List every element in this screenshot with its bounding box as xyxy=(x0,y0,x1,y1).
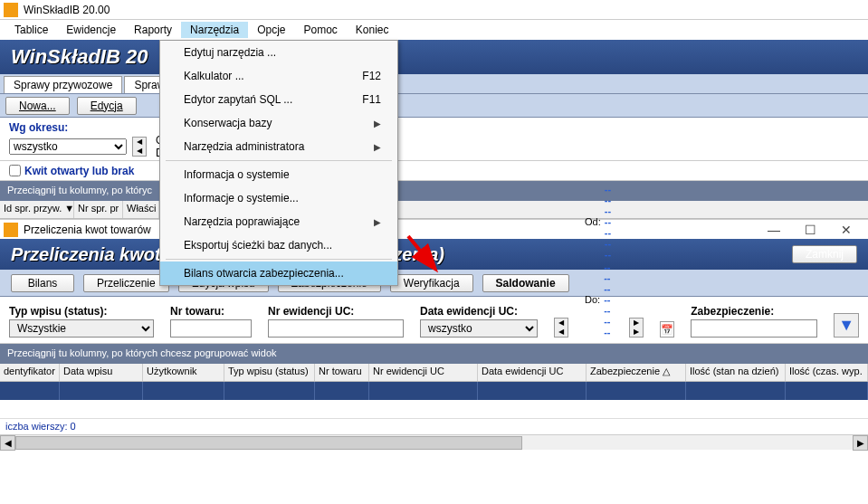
period-spinner[interactable]: ◀◀ xyxy=(132,137,147,157)
col2-data-ewidencji[interactable]: Data ewidencji UC xyxy=(478,364,587,381)
spacer xyxy=(0,400,868,418)
wg-okresu-select[interactable]: wszystko xyxy=(9,138,127,155)
data-ewidencji-label: Data ewidencji UC: xyxy=(420,305,538,318)
sub-filter: Typ wpisu (status): Wszystkie Nr towaru:… xyxy=(0,297,868,344)
horizontal-scrollbar[interactable]: ◀ ▶ xyxy=(0,434,868,450)
weryfikacja-button[interactable]: Weryfikacja xyxy=(390,274,473,292)
col2-zabezpieczenie[interactable]: Zabezpieczenie △ xyxy=(587,364,686,381)
scroll-right-button[interactable]: ▶ xyxy=(853,435,868,451)
col2-uzytkownik[interactable]: Użytkownik xyxy=(143,364,224,381)
menu-edytuj-narzedzia[interactable]: Edytuj narzędzia ... xyxy=(160,41,397,64)
wg-okresu-label: Wg okresu: xyxy=(9,121,859,134)
date-spinner[interactable]: ◀◀ xyxy=(554,318,568,338)
nowa-button[interactable]: Nowa... xyxy=(5,97,70,115)
banner-text: WinSkładIB 20 xyxy=(11,45,148,69)
menu-info-system[interactable]: Informacja o systemie xyxy=(160,163,397,186)
kwit-row: Kwit otwarty lub brak xyxy=(0,161,868,181)
filter-area: Wg okresu: wszystko ◀◀ Od Do xyxy=(0,118,868,161)
minimize-button[interactable]: — xyxy=(756,223,792,237)
menu-ewidencje[interactable]: Ewidencje xyxy=(57,22,125,38)
do-value: -------------- xyxy=(604,262,613,338)
main-tabs: Sprawy przywozowe Sprawy xyxy=(0,74,868,94)
col2-identyfikator[interactable]: dentyfikator xyxy=(0,364,60,381)
close-button[interactable]: ✕ xyxy=(828,223,864,237)
typ-wpisu-label: Typ wpisu (status): xyxy=(9,305,154,318)
menu-kalkulator[interactable]: Kalkulator ...F12 xyxy=(160,64,397,88)
table2-empty-row xyxy=(0,382,868,400)
titlebar: WinSkładIB 20.00 xyxy=(0,0,868,20)
sub-banner: Przeliczenia kwot towarów (bilans zabezp… xyxy=(0,239,868,270)
narzedzia-dropdown: Edytuj narzędzia ... Kalkulator ...F12 E… xyxy=(159,40,398,286)
col-nr-spr[interactable]: Nr spr. pr xyxy=(74,201,123,218)
bilans-button[interactable]: Bilans xyxy=(11,274,74,292)
typ-wpisu-select[interactable]: Wszystkie xyxy=(9,319,154,338)
group-bar-2[interactable]: Przeciągnij tu kolumny, po których chces… xyxy=(0,344,868,364)
col2-nr-ewidencji[interactable]: Nr ewidencji UC xyxy=(369,364,478,381)
edycja-button[interactable]: Edycja xyxy=(77,97,137,115)
calendar-icon[interactable]: 📅 xyxy=(660,321,674,338)
col2-nr-towaru[interactable]: Nr towaru xyxy=(315,364,369,381)
menu-konserwacja-bazy[interactable]: Konserwacja bazy▶ xyxy=(160,111,397,135)
przeliczenie-button[interactable]: Przeliczenie xyxy=(83,274,169,292)
kwit-label: Kwit otwarty lub brak xyxy=(24,165,134,177)
nr-towaru-label: Nr towaru: xyxy=(170,305,252,318)
menu-separator2 xyxy=(166,259,392,260)
menu-koniec[interactable]: Koniec xyxy=(347,22,398,38)
menu-narzedzia-poprawiajace[interactable]: Narzędzia poprawiające▶ xyxy=(160,210,397,233)
nr-ewidencji-label: Nr ewidencji UC: xyxy=(268,305,404,318)
scroll-left-button[interactable]: ◀ xyxy=(0,435,15,451)
zamknij-button[interactable]: Zamknij xyxy=(792,245,857,263)
menu-pomoc[interactable]: Pomoc xyxy=(294,22,346,38)
col2-ilosc-stan[interactable]: Ilość (stan na dzień) xyxy=(686,364,786,381)
date-spinner2[interactable]: ▶▶ xyxy=(629,318,644,338)
kwit-checkbox[interactable] xyxy=(9,165,21,176)
menu-raporty[interactable]: Raporty xyxy=(125,22,181,38)
menu-tablice[interactable]: Tablice xyxy=(5,22,57,38)
menu-narzedzia[interactable]: Narzędzia xyxy=(181,22,248,38)
nr-ewidencji-input[interactable] xyxy=(268,319,404,338)
sub-app-icon xyxy=(4,223,18,237)
data-ewidencji-select[interactable]: wszystko xyxy=(420,319,538,338)
status-bar: iczba wierszy: 0 xyxy=(0,418,868,434)
nr-towaru-input[interactable] xyxy=(170,319,252,338)
sub-toolbar: Bilans Przeliczenie Edycja wpisu Zabezpi… xyxy=(0,270,868,297)
od-label2: Od: xyxy=(585,216,601,227)
col-id-spr[interactable]: Id spr. przyw. ▼ xyxy=(0,201,74,218)
col-wlasci[interactable]: Właści xyxy=(123,201,159,218)
col2-typ-wpisu[interactable]: Typ wpisu (status) xyxy=(224,364,315,381)
group-bar-1[interactable]: Przeciągnij tu kolumny, po któryc xyxy=(0,181,868,201)
subwindow-titlebar: Przeliczenia kwot towarów — ☐ ✕ xyxy=(0,219,868,239)
col2-ilosc-czas[interactable]: Ilość (czas. wyp. xyxy=(786,364,868,381)
zabezpieczenie-input[interactable] xyxy=(691,319,817,338)
menu-bilans-otwarcia[interactable]: Bilans otwarcia zabezpieczenia... xyxy=(160,262,397,285)
tab-sprawy-przywozowe[interactable]: Sprawy przywozowe xyxy=(4,76,122,93)
app-icon xyxy=(4,3,18,17)
menu-info-system2[interactable]: Informacje o systemie... xyxy=(160,186,397,210)
table1-headers: Id spr. przyw. ▼ Nr spr. pr Właści xyxy=(0,201,868,219)
saldowanie-button[interactable]: Saldowanie xyxy=(482,274,569,292)
menu-eksportuj-sciezki[interactable]: Eksportuj ścieżki baz danych... xyxy=(160,233,397,257)
maximize-button[interactable]: ☐ xyxy=(792,223,828,237)
menu-opcje[interactable]: Opcje xyxy=(248,22,294,38)
zabezpieczenie-label: Zabezpieczenie: xyxy=(691,305,817,318)
app-title: WinSkładIB 20.00 xyxy=(24,4,110,16)
col2-data-wpisu[interactable]: Data wpisu xyxy=(60,364,143,381)
od-value: -------------- xyxy=(605,184,613,260)
table2-headers: dentyfikator Data wpisu Użytkownik Typ w… xyxy=(0,364,868,382)
menubar: Tablice Ewidencje Raporty Narzędzia Opcj… xyxy=(0,20,868,40)
menu-separator xyxy=(166,160,392,161)
app-banner: WinSkładIB 20 xyxy=(0,40,868,74)
scroll-thumb[interactable] xyxy=(15,436,522,450)
menu-narzedzia-admin[interactable]: Narzędzia administratora▶ xyxy=(160,135,397,158)
main-toolbar: Nowa... Edycja xyxy=(0,94,868,118)
filter-funnel-icon[interactable]: ▼ xyxy=(834,313,859,338)
menu-edytor-sql[interactable]: Edytor zapytań SQL ...F11 xyxy=(160,88,397,111)
do-label2: Do: xyxy=(585,294,600,305)
